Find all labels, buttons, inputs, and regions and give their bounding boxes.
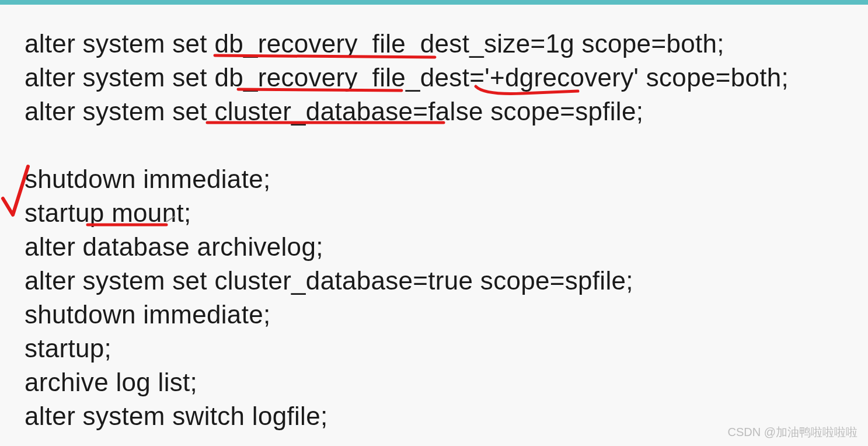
code-line: alter system set db_recovery_file_dest='… [25,61,843,95]
code-line: archive log list; [25,365,843,399]
code-block-1: alter system set db_recovery_file_dest_s… [25,27,843,128]
code-block-2: shutdown immediate; startup mount; alter… [25,162,843,433]
code-line: startup mount; [25,196,843,230]
watermark-text: CSDN @加油鸭啦啦啦啦 [727,424,857,440]
top-accent-bar [0,0,868,5]
code-line: alter system set cluster_database=false … [25,95,843,128]
code-line: startup; [25,332,843,365]
code-line: alter system switch logfile; [25,399,843,433]
code-content: alter system set db_recovery_file_dest_s… [0,5,868,433]
code-line: alter database archivelog; [25,230,843,264]
code-line: alter system set db_recovery_file_dest_s… [25,27,843,61]
code-line: shutdown immediate; [25,162,843,196]
code-line: shutdown immediate; [25,298,843,332]
code-line: alter system set cluster_database=true s… [25,264,843,298]
